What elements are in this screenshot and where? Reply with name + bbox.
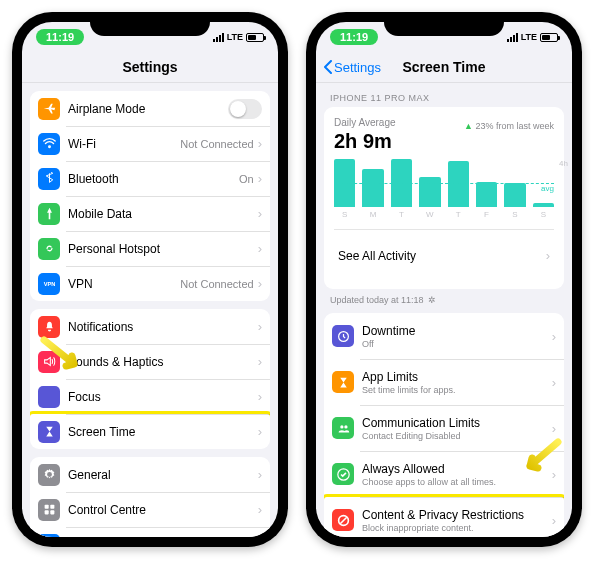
row-control-centre[interactable]: Control Centre› — [30, 492, 270, 527]
svg-text:VPN: VPN — [43, 281, 55, 287]
row-label: Sounds & Haptics — [68, 355, 258, 369]
row-sounds[interactable]: Sounds & Haptics› — [30, 344, 270, 379]
back-button[interactable]: Settings — [324, 60, 381, 75]
row-value: Not Connected — [180, 138, 253, 150]
check-icon — [332, 463, 354, 485]
hourglass-icon — [332, 371, 354, 393]
back-label: Settings — [334, 60, 381, 75]
row-general[interactable]: General› — [30, 457, 270, 492]
updated-label: Updated today at 11:18 ✲ — [330, 295, 558, 305]
row-focus[interactable]: Focus› — [30, 379, 270, 414]
page-title: Screen Time — [402, 59, 485, 75]
row-label: Focus — [68, 390, 258, 404]
row-vpn[interactable]: VPNVPNNot Connected› — [30, 266, 270, 301]
row-subtitle: Block inappropriate content. — [362, 524, 552, 533]
toggle[interactable] — [228, 99, 262, 119]
row-value: Not Connected — [180, 278, 253, 290]
chevron-left-icon — [324, 60, 332, 74]
chevron-right-icon: › — [258, 136, 262, 151]
row-label: Control Centre — [68, 503, 258, 517]
row-label: App Limits — [362, 370, 552, 384]
chevron-right-icon: › — [552, 375, 556, 390]
row-content-privacy[interactable]: Content & Privacy RestrictionsBlock inap… — [324, 494, 564, 537]
gear-icon — [38, 464, 60, 486]
usage-chart: 4h avg SMTWTFSS — [334, 161, 554, 219]
vpn-icon: VPN — [38, 273, 60, 295]
row-display[interactable]: ADisplay & Brightness› — [30, 527, 270, 537]
row-label: Downtime — [362, 324, 552, 338]
chevron-right-icon: › — [258, 241, 262, 256]
row-airplane-mode[interactable]: Airplane Mode — [30, 91, 270, 126]
row-subtitle: Set time limits for apps. — [362, 386, 552, 395]
signal-icon — [507, 32, 518, 42]
sound-icon — [38, 351, 60, 373]
row-label: VPN — [68, 277, 180, 291]
row-mobile-data[interactable]: Mobile Data› — [30, 196, 270, 231]
page-title: Settings — [122, 59, 177, 75]
row-bluetooth[interactable]: BluetoothOn› — [30, 161, 270, 196]
svg-rect-1 — [44, 505, 48, 509]
row-label: Airplane Mode — [68, 102, 228, 116]
row-always-allowed[interactable]: Always AllowedChoose apps to allow at al… — [324, 451, 564, 497]
cc-icon — [38, 499, 60, 521]
settings-group: General›Control Centre›ADisplay & Bright… — [30, 457, 270, 537]
chart-bar: M — [362, 169, 383, 219]
screen-screen-time: 11:19 LTE Settings Screen Time IPHONE 11… — [316, 22, 572, 537]
chevron-right-icon: › — [552, 421, 556, 436]
settings-group: Airplane ModeWi-FiNot Connected›Bluetoot… — [30, 91, 270, 301]
battery-icon — [246, 33, 264, 42]
row-label: General — [68, 468, 258, 482]
daily-average-value: 2h 9m — [334, 130, 396, 153]
settings-group: Notifications›Sounds & Haptics›Focus›Scr… — [30, 309, 270, 449]
svg-point-18 — [344, 425, 347, 428]
chevron-right-icon: › — [258, 171, 262, 186]
display-icon: A — [38, 534, 60, 538]
row-subtitle: Choose apps to allow at all times. — [362, 478, 552, 487]
wifi-icon — [38, 133, 60, 155]
row-downtime[interactable]: DowntimeOff› — [324, 313, 564, 359]
change-from-last-week: ▲ 23% from last week — [464, 121, 554, 131]
row-screen-time[interactable]: Screen Time› — [30, 411, 270, 449]
row-label: Screen Time — [68, 425, 258, 439]
notch — [90, 12, 210, 36]
chevron-right-icon: › — [258, 354, 262, 369]
chevron-right-icon: › — [546, 248, 550, 263]
row-app-limits[interactable]: App LimitsSet time limits for apps.› — [324, 359, 564, 405]
link-icon — [38, 238, 60, 260]
plane-icon — [38, 98, 60, 120]
row-communication-limits[interactable]: Communication LimitsContact Editing Disa… — [324, 405, 564, 451]
settings-list[interactable]: Airplane ModeWi-FiNot Connected›Bluetoot… — [22, 83, 278, 537]
row-wifi[interactable]: Wi-FiNot Connected› — [30, 126, 270, 161]
row-label: Notifications — [68, 320, 258, 334]
nosign-icon — [332, 509, 354, 531]
status-lte: LTE — [521, 32, 537, 42]
see-all-activity-button[interactable]: See All Activity › — [334, 229, 554, 279]
svg-rect-3 — [44, 510, 48, 514]
row-label: Bluetooth — [68, 172, 239, 186]
status-lte: LTE — [227, 32, 243, 42]
status-time: 11:19 — [330, 29, 378, 45]
screen-time-content[interactable]: IPHONE 11 PRO MAX Daily Average 2h 9m ▲ … — [316, 83, 572, 537]
chevron-right-icon: › — [258, 502, 262, 517]
row-label: Mobile Data — [68, 207, 258, 221]
chevron-right-icon: › — [258, 424, 262, 439]
row-personal-hotspot[interactable]: Personal Hotspot› — [30, 231, 270, 266]
chart-ymax-label: 4h — [559, 159, 568, 168]
daily-average-card: Daily Average 2h 9m ▲ 23% from last week… — [324, 107, 564, 289]
row-label: Communication Limits — [362, 416, 552, 430]
moon-icon — [38, 386, 60, 408]
phone-right: 11:19 LTE Settings Screen Time IPHONE 11… — [306, 12, 582, 547]
chevron-right-icon: › — [552, 329, 556, 344]
spinner-icon: ✲ — [428, 295, 436, 305]
chevron-right-icon: › — [258, 467, 262, 482]
status-right: LTE — [507, 32, 558, 42]
chevron-right-icon: › — [552, 467, 556, 482]
chart-bar: S — [533, 203, 554, 219]
svg-point-17 — [340, 425, 343, 428]
row-notifications[interactable]: Notifications› — [30, 309, 270, 344]
chevron-right-icon: › — [552, 513, 556, 528]
chevron-right-icon: › — [258, 389, 262, 404]
daily-average-label: Daily Average — [334, 117, 396, 128]
screen-settings: 11:19 LTE Settings Airplane ModeWi-FiNot… — [22, 22, 278, 537]
row-label: Content & Privacy Restrictions — [362, 508, 552, 522]
